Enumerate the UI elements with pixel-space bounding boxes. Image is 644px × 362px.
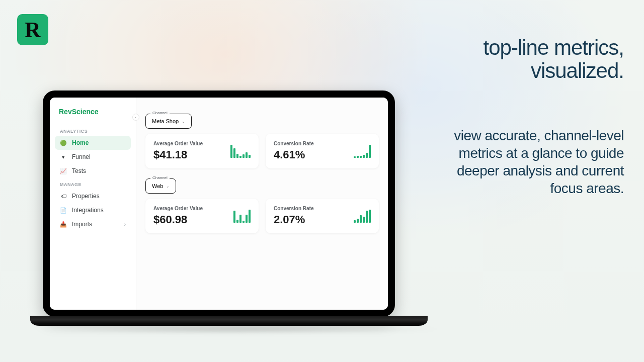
metric-row: Average Order Value $41.18 Conversion Ra… [145,134,379,168]
laptop-base [30,316,428,326]
sidebar-item-properties[interactable]: 🏷 Properties [55,189,131,203]
sidebar-item-label: Tests [72,167,86,174]
sidebar-item-tests[interactable]: 📈 Tests [55,164,131,178]
metric-title: Conversion Rate [274,206,313,211]
metric-card-cr[interactable]: Conversion Rate 4.61% [266,134,379,168]
metric-value: $60.98 [153,213,203,226]
metric-title: Average Order Value [153,141,203,146]
sidebar-item-home[interactable]: 🟢 Home [55,136,131,150]
sidebar-item-imports[interactable]: 📥 Imports › [55,217,131,231]
sidebar-item-label: Funnel [72,153,91,160]
sidebar-item-label: Home [72,139,89,146]
channel-label: Channel [150,111,170,115]
metric-value: 4.61% [274,148,313,161]
channel-select-meta-shop[interactable]: Meta Shop ⌄ [145,114,192,129]
brand-badge: R [17,14,48,45]
channel-field: Channel Web ⌄ [145,178,176,194]
channel-select-web[interactable]: Web ⌄ [145,178,176,194]
brand-letter: R [25,17,41,43]
funnel-icon: ▾ [60,153,67,160]
laptop-shadow [30,327,448,332]
tests-icon: 📈 [60,167,67,174]
metric-card-cr[interactable]: Conversion Rate 2.07% [266,199,379,233]
chevron-down-icon: ⌄ [182,119,185,124]
section-analytics: ANALYTICS [55,125,131,136]
sparkline [354,210,371,223]
metric-title: Average Order Value [153,206,203,211]
sidebar-item-integrations[interactable]: 📄 Integrations [55,203,131,217]
channel-value: Meta Shop [152,118,179,124]
sidebar-item-funnel[interactable]: ▾ Funnel [55,150,131,164]
metric-value: 2.07% [274,213,313,226]
metric-value: $41.18 [153,148,203,161]
subhead: view accurate, channel-level metrics at … [423,127,624,197]
channel-field: Channel Meta Shop ⌄ [145,114,192,129]
properties-icon: 🏷 [60,193,67,200]
imports-icon: 📥 [60,221,67,228]
laptop-frame: RevScience ‹ ANALYTICS 🟢 Home ▾ Funnel 📈… [30,90,408,332]
channel-value: Web [152,183,163,189]
headline: top-line metrics, visualized. [423,36,624,82]
sidebar-item-label: Imports [72,221,92,228]
sidebar-item-label: Properties [72,193,100,200]
metric-row: Average Order Value $60.98 Conversion Ra… [145,199,379,233]
sidebar: RevScience ‹ ANALYTICS 🟢 Home ▾ Funnel 📈… [50,98,136,310]
chevron-down-icon: ⌄ [166,184,170,189]
app-brand: RevScience [55,106,131,125]
app-screen: RevScience ‹ ANALYTICS 🟢 Home ▾ Funnel 📈… [50,98,388,310]
sidebar-collapse[interactable]: ‹ [132,114,139,121]
channel-label: Channel [150,175,170,180]
integrations-icon: 📄 [60,207,67,214]
home-icon: 🟢 [60,139,67,146]
metric-title: Conversion Rate [274,141,313,146]
main-content: Channel Meta Shop ⌄ Average Order Value … [136,98,388,310]
sparkline [233,210,251,223]
chevron-right-icon: › [124,222,126,227]
screen-bezel: RevScience ‹ ANALYTICS 🟢 Home ▾ Funnel 📈… [43,90,395,317]
metric-card-aov[interactable]: Average Order Value $41.18 [145,134,259,168]
section-manage: MANAGE [55,178,131,189]
sparkline [354,145,371,158]
marketing-copy: top-line metrics, visualized. view accur… [423,36,624,197]
metric-card-aov[interactable]: Average Order Value $60.98 [145,199,259,233]
sidebar-item-label: Integrations [72,207,104,214]
sparkline [230,145,251,158]
